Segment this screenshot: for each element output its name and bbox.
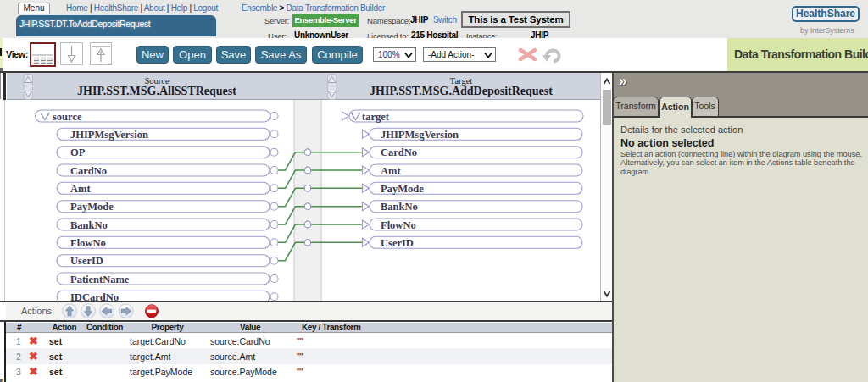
svg-text:BankNo: BankNo xyxy=(381,201,418,213)
svg-text:UserID: UserID xyxy=(381,237,414,249)
svg-text:UserID: UserID xyxy=(70,255,103,267)
svg-text:Amt: Amt xyxy=(381,165,401,177)
svg-text:CardNo: CardNo xyxy=(381,147,417,158)
svg-text:FlowNo: FlowNo xyxy=(70,237,106,249)
svg-text:Amt: Amt xyxy=(70,183,91,195)
svg-text:JHIP.SST.MSG.AllSSTRequest: JHIP.SST.MSG.AllSSTRequest xyxy=(77,85,236,97)
svg-text:CardNo: CardNo xyxy=(70,165,107,177)
svg-text:JHIP.SST.MSG.AddDepositRequest: JHIP.SST.MSG.AddDepositRequest xyxy=(370,85,553,97)
svg-text:PayMode: PayMode xyxy=(70,201,114,213)
svg-text:target: target xyxy=(362,111,390,123)
svg-text:BankNo: BankNo xyxy=(70,219,108,231)
svg-text:FlowNo: FlowNo xyxy=(381,219,416,231)
svg-text:JHIPMsgVersion: JHIPMsgVersion xyxy=(381,129,459,141)
svg-text:PatientName: PatientName xyxy=(70,274,130,285)
svg-text:OP: OP xyxy=(70,147,86,158)
svg-text:JHIPMsgVersion: JHIPMsgVersion xyxy=(70,129,148,141)
svg-text:source: source xyxy=(53,111,82,123)
svg-text:PayMode: PayMode xyxy=(381,183,424,195)
